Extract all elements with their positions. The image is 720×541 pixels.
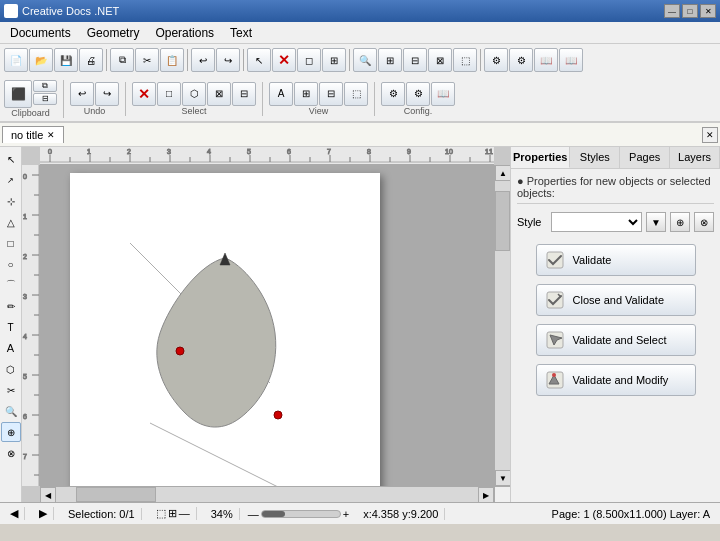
cfg-s1[interactable]: ⚙ — [381, 82, 405, 106]
tab-layers[interactable]: Layers — [670, 147, 720, 168]
style-select[interactable] — [551, 212, 642, 232]
nav-prev[interactable]: ◀ — [4, 507, 25, 520]
print-btn[interactable]: 🖨 — [79, 48, 103, 72]
scroll-v-track[interactable] — [495, 181, 510, 470]
doc-tab-close[interactable]: ✕ — [47, 130, 55, 140]
tool-curve[interactable]: ⌒ — [1, 275, 21, 295]
undo-s2[interactable]: ↪ — [95, 82, 119, 106]
tool-zoom[interactable]: 🔍 — [1, 401, 21, 421]
horizontal-scrollbar[interactable]: ◀ ▶ — [40, 486, 494, 502]
tool-select[interactable]: ↖ — [1, 149, 21, 169]
sel-s3[interactable]: ⬡ — [182, 82, 206, 106]
nav-next[interactable]: ▶ — [33, 507, 54, 520]
tool-ellipse[interactable]: ○ — [1, 254, 21, 274]
view-s1[interactable]: A — [269, 82, 293, 106]
select-arrow[interactable]: ↖ — [247, 48, 271, 72]
zoom5[interactable]: ⬚ — [453, 48, 477, 72]
zoom4[interactable]: ⊠ — [428, 48, 452, 72]
tab-pages[interactable]: Pages — [620, 147, 670, 168]
tab-properties[interactable]: Properties — [511, 147, 570, 168]
tool-pen[interactable]: ✏ — [1, 296, 21, 316]
tool-text[interactable]: T — [1, 317, 21, 337]
sel-s2[interactable]: □ — [157, 82, 181, 106]
drawing-canvas[interactable] — [40, 165, 494, 486]
redo-btn[interactable]: ↪ — [216, 48, 240, 72]
paste-btn[interactable]: 📋 — [160, 48, 184, 72]
scroll-left-btn[interactable]: ◀ — [40, 487, 56, 502]
view-s3[interactable]: ⊟ — [319, 82, 343, 106]
cut-btn[interactable]: ✂ — [135, 48, 159, 72]
control-point-1[interactable] — [176, 347, 184, 355]
menu-operations[interactable]: Operations — [147, 24, 222, 42]
view-s2[interactable]: ⊞ — [294, 82, 318, 106]
cfg4[interactable]: 📖 — [559, 48, 583, 72]
tool-text2[interactable]: A — [1, 338, 21, 358]
svg-text:2: 2 — [23, 253, 27, 260]
validate-select-button[interactable]: Validate and Select — [536, 324, 696, 356]
vertical-scrollbar[interactable]: ▲ ▼ — [494, 165, 510, 486]
style-row: Style ▼ ⊕ ⊗ — [517, 212, 714, 232]
sel-s4[interactable]: ⊠ — [207, 82, 231, 106]
undo-section: ↩ ↪ Undo — [70, 82, 126, 116]
copy-btn[interactable]: ⧉ — [110, 48, 134, 72]
cfg3[interactable]: 📖 — [534, 48, 558, 72]
new-btn[interactable]: 📄 — [4, 48, 28, 72]
scroll-h-track[interactable] — [56, 487, 478, 502]
sep2 — [187, 49, 188, 71]
menu-documents[interactable]: Documents — [2, 24, 79, 42]
tool-node[interactable]: ⊹ — [1, 191, 21, 211]
zoom-plus[interactable]: + — [343, 508, 349, 520]
maximize-button[interactable]: □ — [682, 4, 698, 18]
tool-select2[interactable]: ↗ — [1, 170, 21, 190]
doc-panel-close[interactable]: ✕ — [702, 127, 718, 143]
tab-styles[interactable]: Styles — [570, 147, 620, 168]
style-btn2[interactable]: ⊕ — [670, 212, 690, 232]
undo-btns: ↩ ↪ — [70, 82, 119, 106]
style-btn1[interactable]: ▼ — [646, 212, 666, 232]
clipboard-btn1[interactable]: ⬛ — [4, 80, 32, 108]
cfg-s3[interactable]: 📖 — [431, 82, 455, 106]
minimize-button[interactable]: — — [664, 4, 680, 18]
zoom2[interactable]: ⊞ — [378, 48, 402, 72]
style-btn3[interactable]: ⊗ — [694, 212, 714, 232]
view-s4[interactable]: ⬚ — [344, 82, 368, 106]
tool-polygon[interactable]: △ — [1, 212, 21, 232]
scroll-up-btn[interactable]: ▲ — [495, 165, 510, 181]
menu-text[interactable]: Text — [222, 24, 260, 42]
save-btn[interactable]: 💾 — [54, 48, 78, 72]
cfg-s2[interactable]: ⚙ — [406, 82, 430, 106]
undo-s1[interactable]: ↩ — [70, 82, 94, 106]
menu-geometry[interactable]: Geometry — [79, 24, 148, 42]
zoom-btn[interactable]: 🔍 — [353, 48, 377, 72]
close-button[interactable]: ✕ — [700, 4, 716, 18]
cfg2[interactable]: ⚙ — [509, 48, 533, 72]
clip-s2[interactable]: ⊟ — [33, 93, 57, 105]
cfg1[interactable]: ⚙ — [484, 48, 508, 72]
tool-scissors[interactable]: ✂ — [1, 380, 21, 400]
tool-remove[interactable]: ⊗ — [1, 443, 21, 463]
zoom-slider[interactable] — [261, 510, 341, 518]
control-point-2[interactable] — [274, 411, 282, 419]
close-validate-button[interactable]: Close and Validate — [536, 284, 696, 316]
zoom3[interactable]: ⊟ — [403, 48, 427, 72]
tool-hex[interactable]: ⬡ — [1, 359, 21, 379]
zoom-minus[interactable]: — — [248, 508, 259, 520]
open-btn[interactable]: 📂 — [29, 48, 53, 72]
clip-s1[interactable]: ⧉ — [33, 80, 57, 92]
scroll-down-btn[interactable]: ▼ — [495, 470, 510, 486]
undo-btn[interactable]: ↩ — [191, 48, 215, 72]
select3[interactable]: ⊞ — [322, 48, 346, 72]
select2[interactable]: ◻ — [297, 48, 321, 72]
tool-add[interactable]: ⊕ — [1, 422, 21, 442]
scroll-h-thumb[interactable] — [76, 487, 156, 502]
scroll-right-btn[interactable]: ▶ — [478, 487, 494, 502]
select-x[interactable]: ✕ — [272, 48, 296, 72]
validate-button[interactable]: Validate — [536, 244, 696, 276]
sel-s5[interactable]: ⊟ — [232, 82, 256, 106]
scroll-v-thumb[interactable] — [495, 191, 510, 251]
validate-modify-button[interactable]: Validate and Modify — [536, 364, 696, 396]
toolbar-row2: ⬛ ⧉ ⊟ Clipboard ↩ ↪ Undo ✕ □ ⬡ ⊠ ⊟ — [0, 76, 720, 122]
sel-s1[interactable]: ✕ — [132, 82, 156, 106]
doc-tab[interactable]: no title ✕ — [2, 126, 64, 143]
tool-rect[interactable]: □ — [1, 233, 21, 253]
